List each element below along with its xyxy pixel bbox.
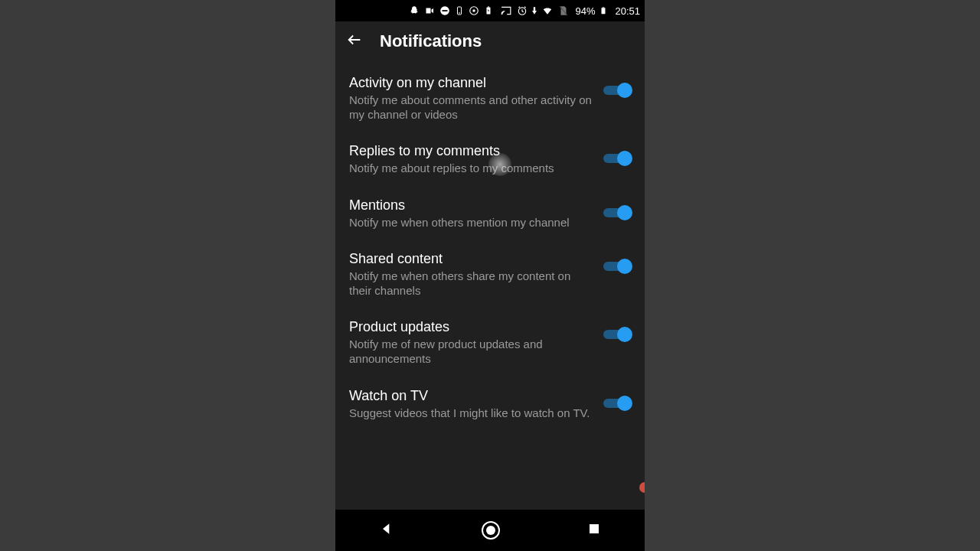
screen-recorder-indicator [639, 482, 645, 493]
toggle-switch[interactable] [603, 151, 631, 166]
svg-rect-10 [603, 7, 605, 8]
battery-percent: 94% [575, 5, 595, 17]
setting-desc: Notify me about replies to my comments [349, 161, 596, 175]
setting-desc: Notify me of new product updates and ann… [349, 337, 596, 366]
nav-bar [335, 510, 645, 551]
toggle-switch[interactable] [603, 83, 631, 98]
phone-frame: 94% 20:51 Notifications Activity on my c… [335, 0, 645, 551]
nav-recent-button[interactable] [587, 522, 601, 539]
svg-rect-1 [443, 10, 448, 11]
cast-icon [500, 5, 512, 16]
setting-title: Mentions [349, 197, 596, 214]
toggle-switch[interactable] [603, 205, 631, 220]
video-icon [424, 6, 435, 15]
setting-activity-on-my-channel[interactable]: Activity on my channel Notify me about c… [335, 64, 645, 132]
toggle-switch[interactable] [603, 327, 631, 342]
back-button[interactable] [346, 31, 363, 51]
page-title: Notifications [380, 31, 482, 51]
setting-mentions[interactable]: Mentions Notify me when others mention m… [335, 187, 645, 240]
setting-shared-content[interactable]: Shared content Notify me when others sha… [335, 240, 645, 308]
setting-product-updates[interactable]: Product updates Notify me of new product… [335, 308, 645, 377]
nav-back-button[interactable] [379, 521, 394, 540]
snapchat-icon [409, 5, 420, 16]
no-sim-icon [558, 5, 569, 16]
setting-desc: Notify me when others mention my channel [349, 215, 596, 230]
setting-desc: Suggest videos that I might like to watc… [349, 406, 596, 420]
toggle-switch[interactable] [603, 396, 631, 411]
app-bar: Notifications [335, 21, 645, 61]
settings-list: Activity on my channel Notify me about c… [335, 61, 645, 510]
setting-desc: Notify me when others share my content o… [349, 269, 596, 298]
svg-point-7 [501, 13, 503, 15]
setting-watch-on-tv[interactable]: Watch on TV Suggest videos that I might … [335, 377, 645, 431]
battery-charging-icon [484, 5, 493, 16]
status-bar: 94% 20:51 [335, 0, 645, 21]
dnd-icon [439, 5, 450, 16]
record-icon [469, 5, 479, 16]
setting-title: Activity on my channel [349, 75, 596, 91]
setting-title: Replies to my comments [349, 143, 596, 159]
setting-title: Watch on TV [349, 388, 596, 404]
setting-desc: Notify me about comments and other activ… [349, 93, 596, 122]
alarm-icon [517, 5, 528, 16]
nav-home-button[interactable] [482, 521, 500, 540]
clock: 20:51 [615, 5, 640, 17]
phone-vibrate-icon [455, 5, 464, 16]
svg-rect-11 [590, 524, 599, 533]
svg-rect-6 [488, 7, 489, 8]
svg-point-4 [473, 9, 476, 12]
setting-title: Shared content [349, 251, 596, 267]
battery-icon [599, 5, 607, 16]
toggle-switch[interactable] [603, 259, 631, 274]
signal-small-icon [532, 7, 537, 15]
wifi-icon [541, 5, 554, 16]
setting-title: Product updates [349, 319, 596, 335]
setting-replies-to-my-comments[interactable]: Replies to my comments Notify me about r… [335, 132, 645, 186]
svg-rect-9 [602, 8, 606, 14]
